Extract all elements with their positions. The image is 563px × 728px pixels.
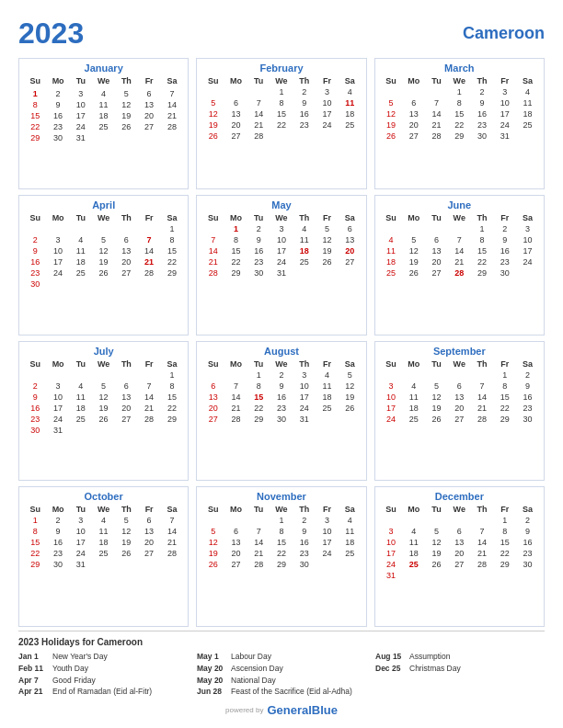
calendar-day: 9 <box>24 392 47 403</box>
calendar-day: 25 <box>70 267 93 279</box>
calendar-day: 7 <box>247 97 270 108</box>
calendar-day: 9 <box>516 526 539 537</box>
day-header: Th <box>115 358 138 370</box>
calendar-day: 25 <box>92 121 115 132</box>
day-header: Fr <box>316 504 339 515</box>
calendar-day: 13 <box>115 392 138 403</box>
calendar-day <box>448 223 471 234</box>
calendar-day: 23 <box>516 548 539 559</box>
calendar-day <box>402 223 425 234</box>
year-title: 2023 <box>18 17 84 51</box>
calendar-day: 6 <box>448 381 471 392</box>
calendar-day: 11 <box>516 97 539 108</box>
holiday-date: Jun 28 <box>197 686 226 698</box>
calendar-day: 30 <box>493 267 516 279</box>
day-header: Tu <box>425 75 448 86</box>
calendar-day: 25 <box>402 414 425 425</box>
calendar-day: 13 <box>138 526 161 537</box>
day-header: Fr <box>493 212 516 223</box>
calendar-day <box>161 425 184 436</box>
calendar-day: 20 <box>402 119 425 131</box>
calendar-day: 21 <box>201 256 224 267</box>
calendar-day: 8 <box>24 526 47 537</box>
calendar-day: 23 <box>293 119 316 131</box>
calendar-day <box>201 86 224 97</box>
calendar-table: SuMoTuWeThFrSa12345678910111213141516171… <box>380 504 539 581</box>
calendar-day: 22 <box>270 119 293 131</box>
calendar-day: 7 <box>224 381 247 392</box>
calendar-day <box>92 370 115 381</box>
calendar-day: 14 <box>138 392 161 403</box>
day-header: Su <box>380 75 403 86</box>
calendar-day <box>70 370 93 381</box>
calendar-day: 28 <box>138 414 161 425</box>
calendar-day <box>70 223 93 234</box>
calendar-day: 21 <box>448 256 471 267</box>
calendar-day: 24 <box>380 414 403 425</box>
calendar-day: 24 <box>493 119 516 131</box>
day-header: Fr <box>493 504 516 515</box>
calendar-day: 8 <box>247 381 270 392</box>
day-header: Sa <box>161 212 184 223</box>
calendar-day: 7 <box>161 515 184 526</box>
calendar-day <box>247 86 270 97</box>
day-header: Su <box>380 504 403 515</box>
calendar-day: 2 <box>293 86 316 97</box>
calendar-day: 19 <box>339 392 362 403</box>
calendar-day: 4 <box>339 86 362 97</box>
calendar-day: 2 <box>516 515 539 526</box>
calendar-day: 4 <box>92 515 115 526</box>
calendar-day: 4 <box>316 370 339 381</box>
day-header: We <box>270 358 293 370</box>
day-header: Su <box>24 504 47 515</box>
calendar-day: 6 <box>425 234 448 245</box>
calendar-day: 26 <box>380 131 403 142</box>
calendar-day: 29 <box>247 414 270 425</box>
calendar-day: 26 <box>92 267 115 279</box>
month-block-march: MarchSuMoTuWeThFrSa123456789101112131415… <box>374 58 545 189</box>
month-name: October <box>24 491 183 502</box>
calendar-day <box>115 132 138 143</box>
calendar-day: 30 <box>47 559 70 570</box>
calendar-day: 26 <box>402 267 425 279</box>
calendar-day: 1 <box>270 515 293 526</box>
calendar-day: 31 <box>380 570 403 581</box>
calendar-day: 25 <box>92 548 115 559</box>
calendar-day: 13 <box>425 245 448 256</box>
day-header: Fr <box>138 358 161 370</box>
calendar-day: 25 <box>70 414 93 425</box>
calendar-day: 17 <box>70 110 93 121</box>
calendar-day: 18 <box>316 392 339 403</box>
calendar-day: 14 <box>247 537 270 548</box>
country-title: Cameroon <box>463 17 545 43</box>
calendar-day: 15 <box>247 392 270 403</box>
calendar-day <box>24 370 47 381</box>
calendar-day: 2 <box>270 370 293 381</box>
calendar-day: 7 <box>425 97 448 108</box>
calendar-day: 8 <box>161 234 184 245</box>
calendar-day: 10 <box>316 97 339 108</box>
day-header: Th <box>115 212 138 223</box>
calendar-day: 6 <box>115 234 138 245</box>
calendar-day: 2 <box>47 515 70 526</box>
day-header: Su <box>201 358 224 370</box>
calendar-day: 22 <box>224 256 247 267</box>
calendar-day: 2 <box>516 370 539 381</box>
day-header: Sa <box>339 358 362 370</box>
calendar-day: 2 <box>247 223 270 234</box>
day-header: We <box>92 504 115 515</box>
holiday-item: Jan 1New Year's Day <box>18 651 188 663</box>
day-header: We <box>448 358 471 370</box>
month-name: December <box>380 491 539 502</box>
calendar-day: 8 <box>493 526 516 537</box>
calendar-day <box>161 132 184 143</box>
day-header: Mo <box>47 504 70 515</box>
day-header: Tu <box>247 212 270 223</box>
calendar-day: 16 <box>270 392 293 403</box>
calendar-day: 8 <box>270 526 293 537</box>
day-header: Su <box>201 75 224 86</box>
calendar-day <box>47 279 70 290</box>
day-header: Mo <box>224 75 247 86</box>
calendar-day: 27 <box>425 267 448 279</box>
day-header: Fr <box>316 212 339 223</box>
